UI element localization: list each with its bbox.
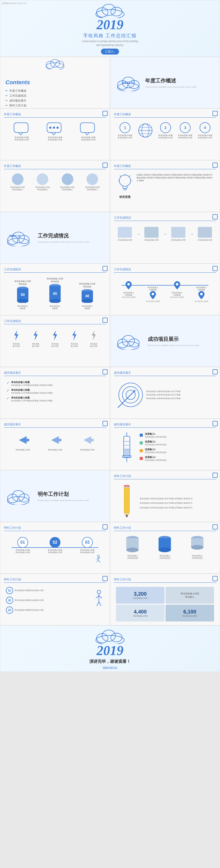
svg-point-4 — [46, 63, 64, 69]
svg-point-61 — [122, 335, 134, 346]
arrows-pointing-row: 单击此处输入内容 单击此处输入内容 单击此处输入内容 — [4, 430, 106, 455]
corner-deco-8 — [102, 318, 108, 323]
part03-title: 成功项目展示 — [148, 336, 199, 343]
svg-point-17 — [57, 127, 59, 129]
svg-marker-13 — [19, 132, 23, 135]
img-stat-4: 6,100 单击此处输入内容 — [165, 605, 214, 621]
color-label-text-1: 这是输入1 单击此处输入内容单击此处 — [145, 432, 166, 438]
arrow-label-1: 单击此处输入内容 — [15, 448, 30, 451]
circle-01: 01 — [6, 587, 13, 594]
slide-cylinders: 工作完成情况 单击此处输入内容单击此处 50 单击此处输入副标题 单击此处输入内… — [0, 264, 110, 315]
cyl-label-3: 单击此处输入副标题 — [79, 305, 96, 310]
pen-icon: ✏ — [5, 89, 8, 93]
slide-pencil-donuts: 明年工作计划 单击此处输入内容单击此处输入的文字标题 这 — [110, 470, 220, 522]
part01-subtitle: Russet ipsum available result should res… — [145, 86, 197, 88]
num-item-3: 3 单击此处输入标题单击此处输入内容 — [178, 122, 192, 139]
lightning-4: 单击此处输入内容 — [71, 330, 78, 347]
arrow-left-1: 单击此处输入内容 — [15, 434, 30, 451]
stick-figure-svg — [94, 590, 104, 611]
person-label-2: 单击此处输入内容单击此处输入 — [32, 186, 53, 191]
part01-title: 年度工作概述 — [145, 77, 197, 84]
num-block-01: 01 单击此处输入标题单击此处输入内容 — [6, 587, 92, 594]
lightning-label-5: 单击此处输入内容 — [90, 343, 97, 347]
lightning-label-2: 单击此处输入内容 — [32, 343, 39, 347]
svg-line-92 — [98, 557, 100, 558]
circle-02: 02 — [6, 597, 13, 604]
num-tl-circle-1: 01 — [17, 537, 28, 548]
bubbles-row: 单击此处输入标题单击此处输入内容 单击此处输入标题单击此处输入内容 单击此处输入… — [4, 120, 106, 144]
stat-num-1: 3,200 — [134, 591, 147, 597]
part03-cloud — [116, 332, 141, 351]
pin-label-3: 单击此处输入内容标题 — [170, 291, 184, 296]
svg-point-89 — [97, 555, 99, 557]
svg-point-15 — [49, 127, 52, 129]
pin-label-1: 单击此处输入内容标题 — [122, 291, 135, 296]
corner-deco-10 — [213, 369, 218, 374]
row-part04-donuts: 明年工作计划 Russet ipsum available result sho… — [0, 470, 220, 522]
color-label-text-2: 这是输入2 单击此处输入内容单击此处 — [145, 440, 166, 446]
cyl-top-text-3: 单击此处输入内容单击此处 — [79, 282, 96, 288]
lightning-row: 单击此处输入内容 单击此处输入内容 单击此处输入内容 单击此处输入内容 — [4, 327, 106, 351]
lightning-label-4: 单击此处输入内容 — [71, 343, 78, 347]
check-2: ✓ 单击此处输入标题 单击此处输入大学字概述这里更输入简单的文字概述 — [6, 389, 103, 394]
num-circle-4: 4 — [199, 122, 211, 133]
svg-text:50: 50 — [21, 292, 25, 297]
cloud-deco-top — [45, 59, 65, 69]
run-figure-svg — [95, 555, 102, 564]
research-text-block: 这里输入简单的文字概述这里输入简单的文字概述这里输入简单的文字概述这里输入简单的… — [136, 174, 214, 199]
svg-line-107 — [99, 596, 102, 598]
part02-text: 工作完成情况 Russet ipsum available result sho… — [38, 232, 89, 243]
corner-deco-6 — [102, 266, 108, 271]
bubble-2-container: 单击此处输入标题单击此处输入内容 — [46, 122, 63, 141]
lightning-svg-2 — [32, 330, 39, 341]
num-circle-label-3: 单击此处输入标题单击此处输入内容 — [178, 134, 192, 139]
pencil-layout: 单击此处输入内容单击此处输入的文字标题 这里更输入简单的文字 单击此处输入内容单… — [114, 482, 216, 522]
num-tl-label-1: 单击此处输入标题单击此处输入内容 — [15, 549, 30, 554]
svg-line-30 — [129, 176, 130, 177]
svg-point-51 — [152, 293, 154, 296]
pin-sub-4: 单击此处输入副标题 — [194, 300, 209, 303]
map-timeline: 单击此处输入内容标题 单击此处输入副标题 单击此处输入内容标题 单击此处输入副标… — [117, 279, 214, 303]
flow-text-3: 单击此处输入内容 — [171, 239, 186, 241]
num-tl-label-2: 单击此处输入标题单击此处输入内容 — [48, 549, 62, 554]
map-content: 单击此处输入内容标题 单击此处输入副标题 单击此处输入内容标题 单击此处输入副标… — [114, 275, 216, 307]
row-part02-flow: PART 02 工作完成情况 Russet ipsum available re… — [0, 212, 220, 264]
color-dot-3 — [140, 449, 143, 452]
check-icon-2: ✓ — [6, 389, 9, 393]
svg-line-94 — [98, 560, 100, 563]
corner-deco-15 — [213, 524, 218, 529]
row-arrows-colorlabels: 成功项目展示 单击此处输入内容 单击此处输入内容 单击此处输入内容 — [0, 418, 220, 470]
svg-marker-58 — [92, 330, 96, 341]
num-tl-label-3: 单击此处输入标题单击此处输入内容 — [80, 549, 95, 554]
num-tl-1: 01 单击此处输入标题单击此处输入内容 — [15, 537, 30, 554]
num-timeline-layout: 01 单击此处输入标题单击此处输入内容 02 单击此处输入标题单击此处输入内容 … — [4, 533, 106, 569]
svg-point-52 — [176, 283, 179, 285]
cyl-svg-1: 50 — [16, 286, 29, 303]
slide-title-next: 明年工作计划 — [114, 474, 216, 479]
slide-research: 年度工作概述 研究背景 这里输入简单的文字概述这里 — [110, 160, 220, 212]
hero-button[interactable]: 汇报人↓ — [101, 49, 119, 55]
svg-marker-82 — [125, 515, 128, 518]
contents-title: Contents — [5, 79, 30, 86]
row-cylinders-maps: 工作完成情况 单击此处输入内容单击此处 50 单击此处输入副标题 单击此处输入内… — [0, 264, 220, 315]
person-2: 单击此处输入内容单击此处输入 — [32, 174, 53, 191]
flow-photo-2 — [144, 227, 159, 238]
slide-map-pins: 工作完成情况 单击此处输入内容标题 单击此处输入副标题 单击此处输入内容标题 — [110, 264, 220, 315]
slide-title-project: 成功项目展示 — [4, 371, 106, 376]
svg-point-97 — [126, 548, 139, 552]
slide-syringe-labels: 成功项目展示 — [110, 418, 220, 470]
num-item-4: 4 单击此处输入标题单击此处输入内容 — [198, 122, 212, 139]
bubble-1-container: 单击此处输入标题单击此处输入内容 — [13, 122, 30, 141]
pin-label-2-top: 单击此处输入内容标题 — [146, 286, 160, 291]
slide-title-next4: 明年工作计划 — [4, 578, 106, 583]
pin-sub-1: 单击此处输入副标题 — [122, 296, 135, 299]
part03-cloud-svg — [116, 332, 141, 350]
pin-svg-3 — [174, 281, 180, 289]
num-circle-label-2: 单击此处输入标题单击此处输入内容 — [158, 134, 173, 139]
num-circle-label-4: 单击此处输入标题单击此处输入内容 — [198, 134, 212, 139]
row-persons-research: 年度工作概述 单击此处输入内容单击此处输入 单击此处输入内容单击此处输入 单击此… — [0, 160, 220, 212]
person-left-col: 01 单击此处输入标题单击此处输入内容 02 单击此处输入标题单击此处输入内容 … — [6, 587, 92, 614]
pen-icon-2: ✏ — [5, 94, 8, 97]
img-stat-1: 3,200 单击此处输入内容 — [116, 587, 164, 603]
color-row-1: 这是输入1 单击此处输入内容单击此处 — [140, 432, 214, 438]
